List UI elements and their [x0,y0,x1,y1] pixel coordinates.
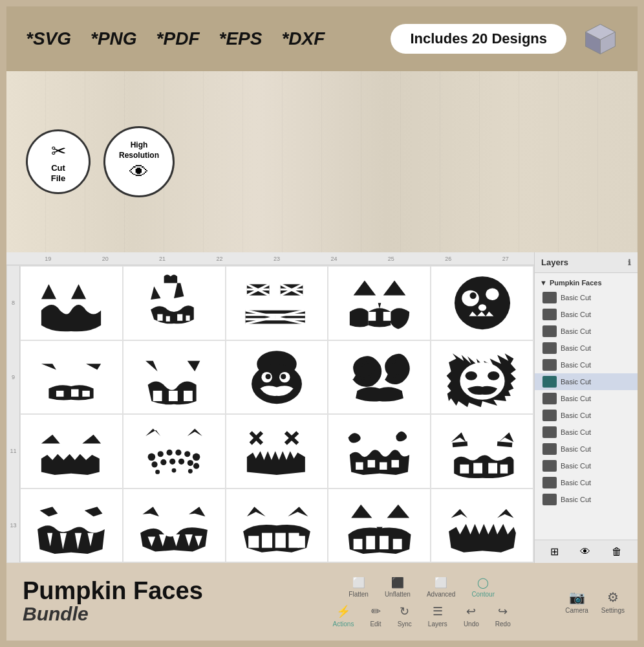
layer-item-11[interactable]: Basic Cut [535,457,638,474]
ruler-27: 27 [477,256,534,262]
svg-point-28 [486,289,499,300]
svg-point-62 [188,469,193,474]
svg-point-44 [465,371,477,380]
layer-thumb-7 [542,393,557,404]
svg-rect-97 [393,539,402,549]
layer-item-7[interactable]: Basic Cut [535,390,638,407]
ruler-26: 26 [420,256,477,262]
camera-label: Camera [565,607,588,614]
svg-rect-4 [158,314,163,321]
row-num-8: 8 [7,266,20,340]
layer-item-6[interactable]: Basic Cut [535,373,638,390]
pumpkin-face-2 [123,266,226,340]
layer-item-2[interactable]: Basic Cut [535,306,638,323]
advanced-button[interactable]: ⬜ Advanced [427,576,455,598]
svg-rect-73 [460,465,469,474]
bottom-left: Pumpkin Faces Bundle [6,569,278,635]
format-eps: *EPS [219,28,263,49]
svg-marker-23 [378,303,381,309]
layer-item-10[interactable]: Basic Cut [535,441,638,457]
high-resolution-badge: High Resolution 👁 [103,126,175,197]
svg-rect-7 [186,316,190,321]
sync-button[interactable]: ↻ Sync [398,604,412,628]
svg-rect-35 [169,391,178,401]
cut-file-text: Cut File [51,163,65,183]
ruler-top: 19 20 21 22 23 24 25 26 27 [6,252,534,265]
svg-rect-33 [83,391,91,397]
includes-badge: Includes 20 Designs [391,24,566,54]
layer-item-8[interactable]: Basic Cut [535,407,638,424]
layers-group-title[interactable]: ▼ Pumpkin Faces [535,276,638,289]
actions-button[interactable]: ⚡ Actions [333,604,354,628]
svg-rect-32 [71,389,79,397]
layer-item-13[interactable]: Basic Cut [535,491,638,508]
svg-point-30 [478,304,486,311]
layers-button[interactable]: ☰ Layers [428,604,447,628]
ruler-22: 22 [191,256,248,262]
contour-label: Contour [471,591,495,598]
svg-point-51 [175,450,181,455]
svg-marker-22 [383,281,406,296]
bottom-toolbar: ⬜ Flatten ⬛ Unflatten ⬜ Advanced ◯ Conto… [278,576,565,628]
layer-item-4[interactable]: Basic Cut [535,340,638,356]
svg-rect-34 [153,391,162,401]
layer-item-5[interactable]: Basic Cut [535,356,638,373]
svg-point-45 [488,371,499,380]
pumpkin-face-20 [431,488,533,563]
layer-thumb-1 [542,292,557,303]
svg-marker-91 [351,504,372,518]
svg-point-27 [462,291,479,307]
pumpkin-face-11 [20,414,123,488]
eye-layer-icon[interactable]: 👁 [580,546,590,558]
unflatten-label: Unflatten [385,591,411,598]
pumpkin-face-7 [123,340,226,415]
layer-item-12[interactable]: Basic Cut [535,474,638,491]
flatten-label: Flatten [349,591,369,598]
bundle-title: Pumpkin Faces [23,578,262,603]
delete-layer-icon[interactable]: 🗑 [612,546,622,558]
actions-icon: ⚡ [336,604,350,619]
main-content: 19 20 21 22 23 24 25 26 27 8 [6,252,638,563]
face-svg-12 [135,421,213,481]
pumpkin-face-4 [328,266,431,340]
face-svg-13 [238,421,316,481]
undo-button[interactable]: ↩ Undo [464,604,479,628]
layer-item-3[interactable]: Basic Cut [535,323,638,340]
unflatten-button[interactable]: ⬛ Unflatten [385,576,411,598]
settings-button[interactable]: ⚙ Settings [601,589,625,614]
pumpkin-face-18 [226,488,328,563]
svg-rect-36 [184,391,193,401]
advanced-icon: ⬜ [435,576,447,589]
layers-info-icon[interactable]: ℹ [628,258,631,267]
toolbar-top: ⬜ Flatten ⬛ Unflatten ⬜ Advanced ◯ Conto… [349,576,495,598]
add-layer-icon[interactable]: ⊞ [550,545,559,558]
pumpkin-face-14 [328,414,431,488]
svg-point-49 [158,451,164,457]
svg-point-41 [266,374,271,379]
layer-thumb-10 [542,443,557,455]
svg-point-60 [155,470,160,474]
camera-button[interactable]: 📷 Camera [565,589,588,614]
row-num-11: 11 [7,414,20,488]
ruler-20: 20 [76,256,133,262]
layer-item-9[interactable]: Basic Cut [535,424,638,441]
face-svg-9 [341,347,418,407]
flatten-button[interactable]: ⬜ Flatten [349,576,369,598]
edit-button[interactable]: ✏ Edit [370,604,381,628]
ruler-23: 23 [248,256,305,262]
format-tags: *SVG *PNG *PDF *EPS *DXF [26,28,325,49]
ruler-21: 21 [134,256,191,262]
cut-file-badge: ✂ Cut File [26,129,91,194]
svg-rect-71 [452,441,467,447]
layer-item-1[interactable]: Basic Cut [535,289,638,306]
contour-button[interactable]: ◯ Contour [471,576,495,598]
svg-rect-75 [488,463,497,474]
layer-thumb-11 [542,460,557,472]
layers-panel: Layers ℹ ▼ Pumpkin Faces Basic Cut [534,252,638,563]
toolbar-bottom: ⚡ Actions ✏ Edit ↻ Sync ☰ Layers [333,604,511,628]
face-svg-16 [32,496,110,555]
layers-title: Layers [541,258,568,267]
row-num-13: 13 [7,488,20,563]
redo-button[interactable]: ↪ Redo [495,604,511,628]
svg-point-58 [188,460,193,466]
